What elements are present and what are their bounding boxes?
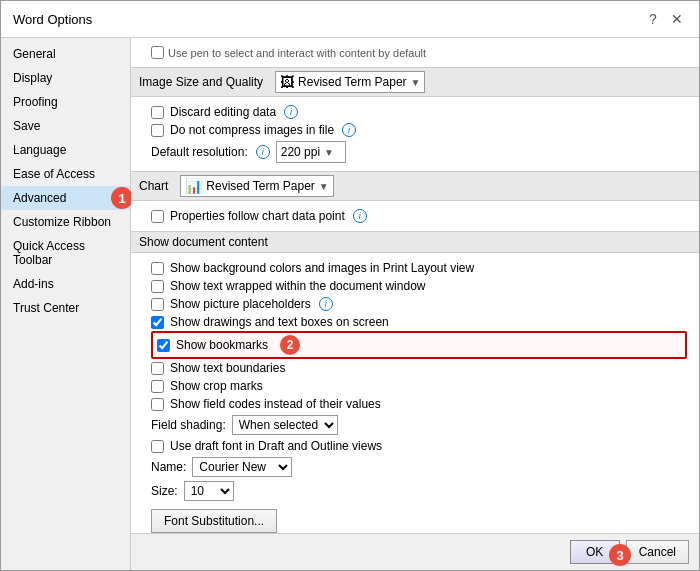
picture-info-icon[interactable]: i xyxy=(319,297,333,311)
show-drawings-label[interactable]: Show drawings and text boxes on screen xyxy=(170,315,389,329)
show-picture-placeholders-row: Show picture placeholders i xyxy=(151,295,687,313)
chart-doc-label: Revised Term Paper xyxy=(206,179,315,193)
cancel-button[interactable]: Cancel xyxy=(626,540,689,564)
size-label: Size: xyxy=(151,484,178,498)
compress-info-icon[interactable]: i xyxy=(342,123,356,137)
sidebar-item-advanced[interactable]: Advanced 1 xyxy=(1,186,130,210)
discard-editing-row: Discard editing data i xyxy=(151,103,687,121)
close-button[interactable]: ✕ xyxy=(667,9,687,29)
chart-props-info-icon[interactable]: i xyxy=(353,209,367,223)
chart-dropdown[interactable]: 📊 Revised Term Paper ▼ xyxy=(180,175,333,197)
sidebar-item-add-ins[interactable]: Add-ins xyxy=(1,272,130,296)
badge-2: 2 xyxy=(280,335,300,355)
draft-font-label[interactable]: Use draft font in Draft and Outline view… xyxy=(170,439,382,453)
show-crop-marks-label[interactable]: Show crop marks xyxy=(170,379,263,393)
word-options-dialog: Word Options ? ✕ General Display Proofin… xyxy=(0,0,700,571)
show-drawings-row: Show drawings and text boxes on screen xyxy=(151,313,687,331)
use-pen-checkbox[interactable] xyxy=(151,46,164,59)
compress-images-label[interactable]: Do not compress images in file xyxy=(170,123,334,137)
sidebar-item-trust-center[interactable]: Trust Center xyxy=(1,296,130,320)
show-field-codes-row: Show field codes instead of their values xyxy=(151,395,687,413)
resolution-value: 220 ppi xyxy=(281,145,320,159)
chart-arrow: ▼ xyxy=(319,181,329,192)
chart-properties-checkbox[interactable] xyxy=(151,210,164,223)
size-select[interactable]: 10 xyxy=(184,481,234,501)
show-text-wrapped-label[interactable]: Show text wrapped within the document wi… xyxy=(170,279,425,293)
title-bar-controls: ? ✕ xyxy=(643,9,687,29)
show-text-boundaries-row: Show text boundaries xyxy=(151,359,687,377)
image-icon: 🖼 xyxy=(280,74,294,90)
sidebar-item-proofing[interactable]: Proofing xyxy=(1,90,130,114)
show-field-codes-checkbox[interactable] xyxy=(151,398,164,411)
show-bg-colors-label[interactable]: Show background colors and images in Pri… xyxy=(170,261,474,275)
show-text-wrapped-checkbox[interactable] xyxy=(151,280,164,293)
resolution-info-icon[interactable]: i xyxy=(256,145,270,159)
sidebar-item-customize-ribbon[interactable]: Customize Ribbon xyxy=(1,210,130,234)
name-row: Name: Courier New xyxy=(151,455,687,479)
name-select[interactable]: Courier New xyxy=(192,457,292,477)
show-bookmarks-row: ➤ Show bookmarks 2 xyxy=(151,331,687,359)
sidebar-item-quick-access[interactable]: Quick Access Toolbar xyxy=(1,234,130,272)
name-label: Name: xyxy=(151,460,186,474)
dialog-body: General Display Proofing Save Language E… xyxy=(1,38,699,570)
discard-info-icon[interactable]: i xyxy=(284,105,298,119)
image-quality-doc: Revised Term Paper xyxy=(298,75,407,89)
show-bg-colors-row: Show background colors and images in Pri… xyxy=(151,259,687,277)
field-shading-label: Field shading: xyxy=(151,418,226,432)
show-crop-marks-row: Show crop marks xyxy=(151,377,687,395)
show-picture-placeholders-label[interactable]: Show picture placeholders xyxy=(170,297,311,311)
image-quality-arrow: ▼ xyxy=(411,77,421,88)
compress-images-row: Do not compress images in file i xyxy=(151,121,687,139)
title-bar: Word Options ? ✕ xyxy=(1,1,699,38)
compress-images-checkbox[interactable] xyxy=(151,124,164,137)
image-quality-header: Image Size and Quality 🖼 Revised Term Pa… xyxy=(131,67,699,97)
top-partial-row: Use pen to select and interact with cont… xyxy=(151,44,687,61)
sidebar-item-general[interactable]: General xyxy=(1,42,130,66)
sidebar-item-save[interactable]: Save xyxy=(1,114,130,138)
chart-icon: 📊 xyxy=(185,178,202,194)
show-doc-content-label: Show document content xyxy=(139,235,268,249)
image-quality-dropdown[interactable]: 🖼 Revised Term Paper ▼ xyxy=(275,71,425,93)
field-shading-row: Field shading: When selected Always Neve… xyxy=(151,413,687,437)
show-text-boundaries-label[interactable]: Show text boundaries xyxy=(170,361,285,375)
show-bg-colors-checkbox[interactable] xyxy=(151,262,164,275)
discard-editing-checkbox[interactable] xyxy=(151,106,164,119)
content-area: Use pen to select and interact with cont… xyxy=(131,38,699,533)
font-substitution-button[interactable]: Font Substitution... xyxy=(151,509,277,533)
help-button[interactable]: ? xyxy=(643,9,663,29)
size-row: Size: 10 xyxy=(151,479,687,503)
show-bookmarks-checkbox[interactable] xyxy=(157,339,170,352)
show-bookmarks-label[interactable]: Show bookmarks xyxy=(176,338,268,352)
default-resolution-label: Default resolution: xyxy=(151,145,248,159)
show-drawings-checkbox[interactable] xyxy=(151,316,164,329)
field-shading-select[interactable]: When selected Always Never xyxy=(232,415,338,435)
chart-label: Chart xyxy=(139,179,168,193)
sidebar: General Display Proofing Save Language E… xyxy=(1,38,131,570)
show-crop-marks-checkbox[interactable] xyxy=(151,380,164,393)
use-pen-label: Use pen to select and interact with cont… xyxy=(168,47,426,59)
dialog-title: Word Options xyxy=(13,12,92,27)
main-content: Use pen to select and interact with cont… xyxy=(131,38,699,570)
badge-3: 3 xyxy=(609,544,631,566)
show-text-wrapped-row: Show text wrapped within the document wi… xyxy=(151,277,687,295)
show-picture-placeholders-checkbox[interactable] xyxy=(151,298,164,311)
image-quality-label: Image Size and Quality xyxy=(139,75,263,89)
show-field-codes-label[interactable]: Show field codes instead of their values xyxy=(170,397,381,411)
chart-header: Chart 📊 Revised Term Paper ▼ xyxy=(131,171,699,201)
discard-editing-label[interactable]: Discard editing data xyxy=(170,105,276,119)
chart-properties-label[interactable]: Properties follow chart data point xyxy=(170,209,345,223)
chart-properties-row: Properties follow chart data point i xyxy=(151,207,687,225)
resolution-arrow: ▼ xyxy=(324,147,334,158)
font-substitution-row: Font Substitution... xyxy=(151,507,687,533)
default-resolution-row: Default resolution: i 220 ppi ▼ xyxy=(151,139,687,165)
resolution-dropdown[interactable]: 220 ppi ▼ xyxy=(276,141,346,163)
draft-font-row: Use draft font in Draft and Outline view… xyxy=(151,437,687,455)
footer: 3 OK Cancel xyxy=(131,533,699,570)
badge-1: 1 xyxy=(111,187,133,209)
draft-font-checkbox[interactable] xyxy=(151,440,164,453)
show-text-boundaries-checkbox[interactable] xyxy=(151,362,164,375)
sidebar-item-display[interactable]: Display xyxy=(1,66,130,90)
show-doc-content-header: Show document content xyxy=(131,231,699,253)
sidebar-item-language[interactable]: Language xyxy=(1,138,130,162)
sidebar-item-ease-of-access[interactable]: Ease of Access xyxy=(1,162,130,186)
